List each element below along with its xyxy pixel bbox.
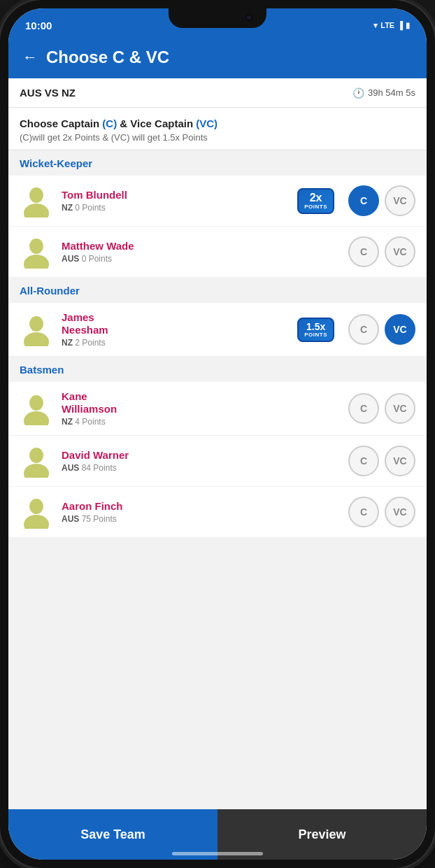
wifi-icon: ▾ (373, 21, 378, 30)
vice-captain-button[interactable]: VC (385, 497, 415, 527)
player-name: Tom Blundell (62, 189, 289, 201)
player-meta: NZ 2 Points (62, 338, 289, 348)
svg-point-4 (29, 316, 43, 332)
player-row: Aaron Finch AUS 75 Points C VC (8, 487, 427, 538)
vice-captain-button[interactable]: VC (385, 314, 415, 345)
team-tag: NZ (62, 417, 73, 427)
player-info: KaneWilliamson NZ 4 Points (62, 390, 340, 427)
spacer (8, 538, 427, 552)
player-meta: AUS 75 Points (62, 514, 340, 524)
main-content[interactable]: Choose Captain (C) & Vice Captain (VC) (… (8, 108, 427, 809)
player-info: Aaron Finch AUS 75 Points (62, 500, 340, 524)
player-actions: C VC (348, 314, 415, 345)
captain-button[interactable]: C (348, 236, 379, 267)
avatar-silhouette (20, 184, 53, 218)
instructions-panel: Choose Captain (C) & Vice Captain (VC) (… (8, 108, 427, 150)
svg-point-2 (29, 239, 43, 254)
player-name: Matthew Wade (62, 240, 340, 252)
player-actions: C VC (348, 185, 415, 216)
captain-button[interactable]: C (348, 185, 379, 216)
team-tag: AUS (62, 514, 79, 524)
captain-button[interactable]: C (348, 446, 379, 476)
player-avatar (20, 392, 53, 425)
player-row: KaneWilliamson NZ 4 Points C VC (8, 382, 427, 436)
phone-frame: 10:00 ▾ LTE ▐ ▮ ← Choose C & VC AUS VS N… (0, 0, 435, 868)
badge-value: 2x (304, 192, 327, 204)
captain-button[interactable]: C (348, 314, 379, 345)
player-actions: C VC (348, 497, 415, 527)
player-meta: NZ 4 Points (62, 417, 340, 427)
svg-point-3 (24, 255, 49, 269)
instructions-middle: & Vice Captain (117, 118, 196, 129)
notch (169, 8, 266, 28)
match-name: AUS VS NZ (20, 87, 76, 99)
points-badge-1.5x: 1.5x POINTS (297, 318, 334, 342)
status-icons: ▾ LTE ▐ ▮ (373, 21, 410, 30)
player-row: JamesNeesham NZ 2 Points 1.5x POINTS C V… (8, 303, 427, 357)
instructions-prefix: Choose Captain (20, 118, 102, 129)
captain-button[interactable]: C (348, 497, 379, 527)
status-time: 10:00 (25, 20, 52, 31)
svg-point-0 (29, 187, 43, 203)
points-badge-2x: 2x POINTS (297, 188, 334, 214)
match-timer: 🕐 39h 54m 5s (352, 87, 415, 99)
captain-button[interactable]: C (348, 393, 379, 424)
home-indicator (172, 852, 263, 855)
match-bar: AUS VS NZ 🕐 39h 54m 5s (8, 78, 427, 108)
section-batsmen: Batsmen (8, 357, 427, 382)
player-meta: NZ 0 Points (62, 203, 289, 213)
avatar-silhouette (20, 313, 53, 346)
svg-point-1 (24, 204, 49, 218)
badge-sub: POINTS (304, 204, 327, 210)
avatar-silhouette (20, 444, 53, 478)
section-title-ar: All-Rounder (20, 285, 80, 297)
team-tag: AUS (62, 463, 79, 473)
camera (245, 14, 252, 21)
player-avatar (20, 313, 53, 346)
vice-captain-button[interactable]: VC (385, 393, 415, 424)
player-info: JamesNeesham NZ 2 Points (62, 311, 289, 348)
signal-icon: ▐ (397, 21, 403, 29)
team-tag: AUS (62, 254, 79, 264)
clock-icon: 🕐 (352, 87, 364, 99)
instructions-subtitle: (C)will get 2x Points & (VC) will get 1.… (20, 132, 415, 143)
svg-point-8 (29, 448, 43, 463)
vice-captain-button[interactable]: VC (385, 236, 415, 267)
svg-point-5 (24, 332, 49, 346)
player-row: Matthew Wade AUS 0 Points C VC (8, 227, 427, 278)
player-info: Tom Blundell NZ 0 Points (62, 189, 289, 213)
battery-icon: ▮ (406, 21, 410, 30)
phone-screen: 10:00 ▾ LTE ▐ ▮ ← Choose C & VC AUS VS N… (8, 8, 427, 860)
player-avatar (20, 444, 53, 478)
lte-label: LTE (380, 21, 394, 29)
team-tag: NZ (62, 338, 73, 348)
vice-captain-button[interactable]: VC (385, 446, 415, 476)
section-all-rounder: All-Rounder (8, 278, 427, 303)
avatar-silhouette (20, 392, 53, 425)
back-button[interactable]: ← (22, 48, 38, 66)
player-name: David Warner (62, 449, 340, 462)
vice-captain-button[interactable]: VC (385, 185, 415, 216)
vc-label-text: (VC) (196, 118, 218, 129)
avatar-silhouette (20, 235, 53, 269)
badge-value: 1.5x (304, 322, 327, 332)
svg-point-7 (24, 411, 49, 425)
player-row: David Warner AUS 84 Points C VC (8, 436, 427, 487)
player-avatar (20, 235, 53, 269)
instructions-title: Choose Captain (C) & Vice Captain (VC) (20, 118, 415, 129)
section-title-wk: Wicket-Keeper (20, 157, 92, 169)
player-name: JamesNeesham (62, 311, 289, 336)
svg-point-9 (24, 464, 49, 478)
player-row: Tom Blundell NZ 0 Points 2x POINTS C VC (8, 176, 427, 227)
c-label-text: (C) (102, 118, 117, 129)
section-title-bat: Batsmen (20, 364, 64, 376)
svg-point-11 (24, 515, 49, 529)
player-name: Aaron Finch (62, 500, 340, 513)
avatar-silhouette (20, 495, 53, 529)
section-wicket-keeper: Wicket-Keeper (8, 150, 427, 176)
player-actions: C VC (348, 236, 415, 267)
player-info: David Warner AUS 84 Points (62, 449, 340, 473)
player-meta: AUS 0 Points (62, 254, 340, 264)
player-actions: C VC (348, 446, 415, 476)
svg-point-6 (29, 395, 43, 411)
